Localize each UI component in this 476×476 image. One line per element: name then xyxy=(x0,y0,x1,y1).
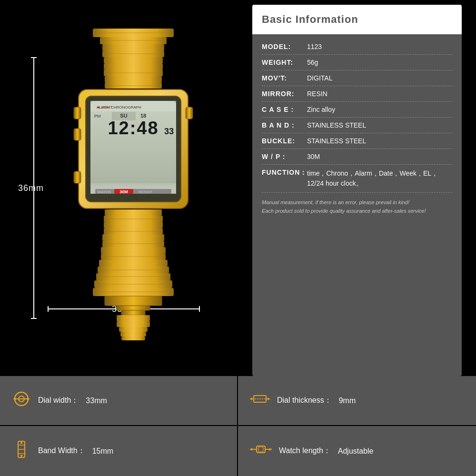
info-header: Basic Information xyxy=(252,5,462,34)
bottom-row-2: Band Width： 15mm Watch length： Adjustabl… xyxy=(0,426,476,476)
height-label: 36mm xyxy=(18,183,44,193)
svg-rect-69 xyxy=(117,306,150,310)
spec-value-band: STAINLESS STEEL xyxy=(307,121,452,129)
band-width-value: 15mm xyxy=(92,447,113,456)
svg-rect-56 xyxy=(101,247,166,254)
dial-thickness-icon xyxy=(250,392,270,409)
spec-value-movt: DIGITAL xyxy=(307,74,452,82)
svg-rect-47 xyxy=(105,209,162,216)
spec-label-mirror: MIRROR: xyxy=(262,90,307,98)
svg-text:RESIST: RESIST xyxy=(139,190,152,194)
band-width-label: Band Width： xyxy=(38,446,85,456)
spec-row-function: FUNCTION： time，Chrono，Alarm，Date，Week，EL… xyxy=(262,165,452,193)
watch-illustration: ◄ LIGHT ALARM CHRONOGRAPH PM SU 18 12:48… xyxy=(43,24,224,347)
svg-marker-95 xyxy=(250,448,252,451)
svg-rect-12 xyxy=(105,82,162,89)
svg-text:30M: 30M xyxy=(119,189,128,194)
dial-width-icon xyxy=(12,390,31,411)
dial-width-cell: Dial width： 33mm xyxy=(0,376,238,425)
info-note-line2: Each product sold to provide quality ass… xyxy=(262,207,452,216)
svg-rect-8 xyxy=(104,63,163,69)
spec-label-band: B A N D : xyxy=(262,121,307,129)
svg-rect-68 xyxy=(105,296,162,306)
spec-label-wp: W / P : xyxy=(262,153,307,160)
svg-text:WATER: WATER xyxy=(98,190,111,194)
svg-rect-53 xyxy=(102,234,164,241)
spec-row-buckle: BUCKLE: STAINLESS STEEL xyxy=(262,133,452,149)
dial-width-label: Dial width： xyxy=(38,396,79,406)
svg-rect-72 xyxy=(117,321,150,327)
spec-value-model: 1123 xyxy=(307,43,452,50)
svg-marker-83 xyxy=(250,397,252,400)
watch-length-cell: Watch length： Adjustable xyxy=(238,426,476,476)
spec-value-weight: 56g xyxy=(307,59,452,66)
spec-row-model: MODEL: 1123 xyxy=(262,39,452,55)
dial-width-value: 33mm xyxy=(86,397,107,405)
dial-thickness-value: 9mm xyxy=(339,397,356,405)
watch-length-icon xyxy=(250,442,272,460)
svg-marker-96 xyxy=(269,448,272,451)
svg-text:PM: PM xyxy=(94,114,101,119)
spec-label-case: C A S E : xyxy=(262,106,307,113)
spec-row-mirror: MIRROR: RESIN xyxy=(262,86,452,102)
svg-text:12:48: 12:48 xyxy=(108,118,159,138)
watch-length-value: Adjustable xyxy=(338,447,374,456)
svg-rect-16 xyxy=(74,129,81,140)
bottom-specs-bar: Dial width： 33mm Dial thickness： 9mm xyxy=(0,376,476,476)
spec-row-weight: WEIGHT: 56g xyxy=(262,55,452,70)
spec-row-movt: MOV'T: DIGITAL xyxy=(262,70,452,86)
info-panel: Basic Information MODEL: 1123 WEIGHT: 56… xyxy=(252,5,462,376)
svg-rect-50 xyxy=(104,222,163,228)
svg-rect-62 xyxy=(96,273,170,280)
svg-rect-71 xyxy=(117,315,150,321)
svg-rect-2 xyxy=(100,37,167,44)
band-width-cell: Band Width： 15mm xyxy=(0,426,238,476)
watch-length-label: Watch length： xyxy=(279,446,331,456)
svg-marker-84 xyxy=(268,397,270,400)
svg-rect-11 xyxy=(105,76,162,82)
info-note: Manual measurement, if there is an error… xyxy=(262,193,452,218)
info-note-line1: Manual measurement, if there is an error… xyxy=(262,198,452,207)
spec-label-model: MODEL: xyxy=(262,43,307,50)
spec-value-case: Zinc alloy xyxy=(307,106,452,113)
spec-value-function: time，Chrono，Alarm，Date，Week，EL，12/24 hou… xyxy=(307,169,452,188)
svg-rect-7 xyxy=(104,57,163,63)
spec-row-case: C A S E : Zinc alloy xyxy=(262,102,452,118)
svg-rect-75 xyxy=(121,337,145,340)
svg-rect-54 xyxy=(102,241,164,247)
svg-rect-73 xyxy=(119,327,148,332)
spec-row-band: B A N D : STAINLESS STEEL xyxy=(262,118,452,133)
spec-label-movt: MOV'T: xyxy=(262,74,307,82)
info-body: MODEL: 1123 WEIGHT: 56g MOV'T: DIGITAL M… xyxy=(252,34,462,222)
svg-rect-74 xyxy=(120,332,146,337)
dial-thickness-label: Dial thickness： xyxy=(277,396,332,406)
spec-label-function: FUNCTION： xyxy=(262,169,307,177)
svg-rect-48 xyxy=(104,216,163,222)
svg-rect-5 xyxy=(102,51,164,57)
svg-rect-51 xyxy=(104,228,163,234)
bottom-row-1: Dial width： 33mm Dial thickness： 9mm xyxy=(0,376,476,426)
spec-value-buckle: STAINLESS STEEL xyxy=(307,137,452,145)
spec-value-wp: 30M xyxy=(307,153,452,160)
svg-rect-4 xyxy=(102,44,164,51)
spec-label-weight: WEIGHT: xyxy=(262,59,307,66)
svg-rect-15 xyxy=(74,107,81,119)
svg-rect-17 xyxy=(74,171,81,183)
svg-rect-59 xyxy=(99,260,168,267)
dial-thickness-cell: Dial thickness： 9mm xyxy=(238,376,476,425)
spec-row-wp: W / P : 30M xyxy=(262,149,452,165)
band-width-icon xyxy=(12,440,31,462)
svg-text:33: 33 xyxy=(164,127,174,136)
watch-image-area: 36mm 33mm xyxy=(0,0,252,376)
svg-rect-92 xyxy=(258,447,263,452)
spec-value-mirror: RESIN xyxy=(307,90,452,98)
svg-rect-18 xyxy=(186,107,193,119)
info-title: Basic Information xyxy=(262,13,358,25)
svg-rect-57 xyxy=(101,254,166,260)
svg-rect-66 xyxy=(93,288,174,296)
svg-text:ALARM CHRONOGRAPH: ALARM CHRONOGRAPH xyxy=(97,105,141,109)
svg-rect-70 xyxy=(121,310,145,315)
spec-label-buckle: BUCKLE: xyxy=(262,137,307,145)
